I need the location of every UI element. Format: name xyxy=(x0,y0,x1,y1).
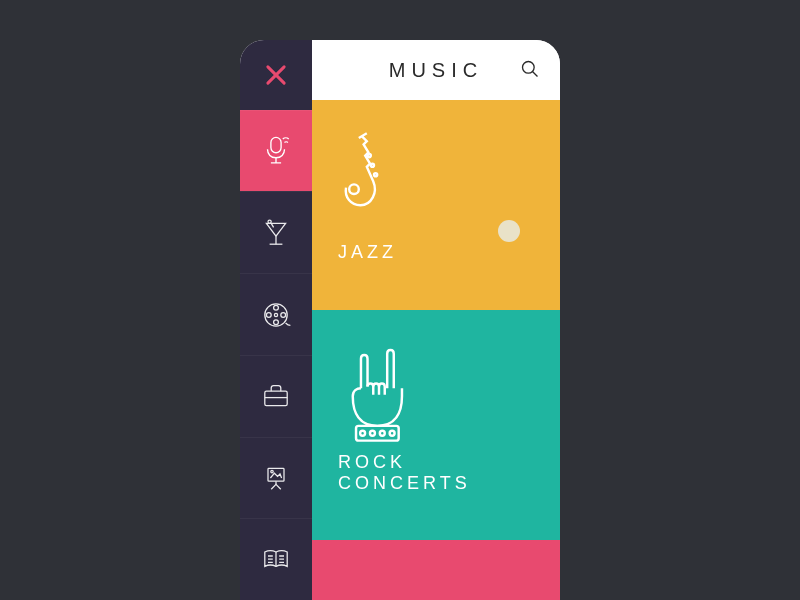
sidebar-item-music[interactable] xyxy=(240,110,312,192)
category-next[interactable] xyxy=(312,540,560,600)
sidebar-item-art[interactable] xyxy=(240,437,312,519)
svg-point-14 xyxy=(371,164,374,167)
close-icon xyxy=(265,64,287,86)
rock-hand-icon xyxy=(338,338,534,438)
app-frame: MUSIC xyxy=(240,40,560,600)
svg-point-13 xyxy=(368,154,371,157)
svg-point-11 xyxy=(523,62,535,74)
category-label: ROCK CONCERTS xyxy=(338,452,534,494)
category-jazz[interactable]: JAZZ xyxy=(312,100,560,310)
book-icon xyxy=(258,542,294,578)
svg-point-18 xyxy=(370,431,375,436)
svg-point-2 xyxy=(265,303,287,325)
header: MUSIC xyxy=(312,40,560,100)
search-icon xyxy=(520,59,540,79)
svg-point-5 xyxy=(274,319,279,324)
svg-point-17 xyxy=(360,431,365,436)
close-button[interactable] xyxy=(240,40,312,110)
svg-point-10 xyxy=(271,470,273,472)
film-reel-icon xyxy=(258,297,294,333)
svg-rect-0 xyxy=(271,137,281,152)
svg-rect-8 xyxy=(265,391,287,405)
svg-point-3 xyxy=(274,305,279,310)
svg-point-15 xyxy=(374,173,377,176)
main-content: MUSIC xyxy=(312,40,560,600)
category-list: JAZZ xyxy=(312,100,560,600)
saxophone-icon xyxy=(338,128,534,228)
svg-rect-16 xyxy=(356,426,399,441)
microphone-icon xyxy=(258,133,294,169)
category-rock[interactable]: ROCK CONCERTS xyxy=(312,310,560,540)
svg-point-4 xyxy=(281,312,286,317)
svg-point-1 xyxy=(268,220,271,223)
sidebar-item-reading[interactable] xyxy=(240,518,312,600)
sidebar xyxy=(240,40,312,600)
easel-icon xyxy=(258,460,294,496)
svg-point-7 xyxy=(274,313,277,316)
svg-point-19 xyxy=(380,431,385,436)
svg-point-12 xyxy=(349,184,359,194)
category-label: JAZZ xyxy=(338,242,534,263)
svg-point-6 xyxy=(266,312,271,317)
svg-point-20 xyxy=(390,431,395,436)
indicator-dot xyxy=(498,220,520,242)
page-title: MUSIC xyxy=(389,59,483,82)
cocktail-icon xyxy=(258,215,294,251)
sidebar-item-cinema[interactable] xyxy=(240,273,312,355)
sidebar-item-business[interactable] xyxy=(240,355,312,437)
sidebar-item-nightlife[interactable] xyxy=(240,191,312,273)
briefcase-icon xyxy=(258,378,294,414)
search-button[interactable] xyxy=(520,59,542,81)
